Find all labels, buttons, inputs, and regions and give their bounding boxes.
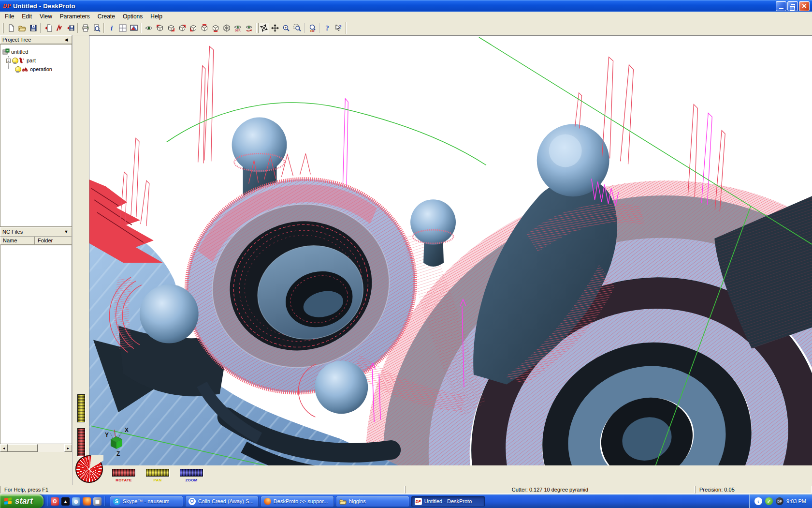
zoom-100-icon[interactable]: 100 [306, 23, 318, 33]
project-tree-title: Project Tree [2, 37, 31, 43]
pan-wheel[interactable] [146, 469, 169, 477]
svg-text:?: ? [325, 24, 329, 32]
collapse-panel-icon[interactable]: ◀ [63, 37, 70, 42]
scroll-right-icon[interactable]: ► [64, 444, 72, 452]
rotate-wheel[interactable] [112, 469, 135, 477]
open-icon[interactable] [16, 23, 28, 33]
skype-tray-icon[interactable]: ✓ [765, 497, 773, 505]
view-cube-4-icon[interactable] [188, 23, 199, 33]
menu-edit[interactable]: Edit [18, 12, 36, 21]
tree-item-untitled[interactable]: untitled [0, 47, 72, 56]
rotate-dial[interactable] [75, 455, 103, 483]
menu-bar: File Edit View Parameters Create Options… [0, 12, 812, 21]
red-app-icon[interactable]: O [51, 497, 59, 506]
menu-create[interactable]: Create [94, 12, 119, 21]
project-tree[interactable]: untitled – part operation [0, 44, 72, 227]
title-bar[interactable]: DP Untitled - DeskProto ✕ [0, 0, 812, 12]
nc-files-columns: Name Folder [0, 237, 72, 245]
menu-options[interactable]: Options [119, 12, 146, 21]
load-geometry-icon[interactable] [43, 23, 54, 33]
zoom-wheel[interactable] [180, 469, 203, 477]
horizontal-scrollbar[interactable]: ◄ ► [0, 444, 72, 452]
menu-view[interactable]: View [36, 12, 56, 21]
rotate-view-icon[interactable] [243, 23, 254, 33]
visibility-bulb-icon[interactable] [15, 66, 20, 73]
window-title: Untitled - DeskProto [13, 2, 75, 10]
write-nc-file-icon[interactable] [65, 23, 76, 33]
task-button-3[interactable]: higgins [336, 496, 409, 507]
tree-item-operation[interactable]: operation [0, 65, 72, 74]
view-wireframe-icon[interactable] [221, 23, 232, 33]
pan-wheel-label: PAN [146, 478, 169, 482]
start-button[interactable]: start [0, 494, 44, 508]
rotate-tool-icon[interactable] [258, 23, 269, 33]
minimize-button[interactable] [776, 1, 786, 11]
print-preview-icon[interactable] [91, 23, 102, 33]
context-help-icon[interactable]: ? [333, 23, 344, 33]
svg-text:-: - [283, 24, 285, 28]
column-folder[interactable]: Folder [35, 237, 72, 245]
rotate-wheel-vertical[interactable] [77, 428, 85, 456]
default-view-icon[interactable]: DEF. [232, 23, 243, 33]
viewport-canvas[interactable]: X Y Z [89, 35, 812, 465]
task-button-2[interactable]: DeskProto >> suppor... [261, 496, 334, 507]
part-icon [18, 57, 25, 64]
close-icon: ✕ [802, 3, 807, 9]
scroll-left-icon[interactable]: ◄ [0, 444, 8, 452]
left-panel-gap [0, 452, 72, 485]
window-layout-icon[interactable] [117, 23, 128, 33]
clock[interactable]: 9:03 PM [786, 498, 806, 504]
new-icon[interactable] [5, 23, 16, 33]
remote-desktop-icon[interactable]: ▦ [93, 497, 102, 506]
browser-globe-icon[interactable]: ◍ [72, 497, 80, 506]
dark-app-icon[interactable]: ▲ [61, 497, 70, 506]
svg-text:Y: Y [105, 432, 109, 438]
toolbar-grip[interactable] [2, 23, 4, 33]
dropdown-chevron-icon[interactable]: ▼ [63, 229, 70, 234]
scrollbar-thumb[interactable] [8, 444, 38, 452]
toolbar-separator [319, 23, 320, 33]
print-icon[interactable] [80, 23, 91, 33]
tray-collapse-chevron-icon[interactable]: ‹ [754, 497, 762, 505]
view-cube-5-icon[interactable] [199, 23, 210, 33]
visibility-bulb-icon[interactable] [12, 58, 17, 64]
deskproto-window: { "window": {"logo": "DP", "title": "Unt… [0, 0, 812, 508]
tree-item-part[interactable]: – part [0, 56, 72, 65]
menu-file[interactable]: File [1, 12, 18, 21]
svg-text:i: i [111, 25, 113, 32]
task-button-0[interactable]: S Skype™ - nauseum [110, 496, 183, 507]
restore-button[interactable] [787, 1, 798, 11]
save-icon[interactable] [28, 23, 39, 33]
firefox-icon[interactable] [83, 497, 91, 506]
scrollbar-track[interactable] [38, 444, 64, 452]
help-icon[interactable]: ? [321, 23, 333, 33]
view-cube-3-icon[interactable] [176, 23, 188, 33]
svg-text:X: X [125, 427, 129, 433]
render-view-icon[interactable] [128, 23, 139, 33]
show-geometry-icon[interactable] [143, 23, 154, 33]
tree-item-label: untitled [11, 49, 28, 55]
quick-launch-grip[interactable] [47, 496, 48, 506]
nc-files-list[interactable] [0, 245, 72, 444]
calculate-toolpaths-icon[interactable] [54, 23, 65, 33]
menu-help[interactable]: Help [146, 12, 166, 21]
zoom-tool-icon[interactable]: +- [280, 23, 291, 33]
app-tray-icon[interactable]: DP [776, 497, 783, 505]
view-cube-1-icon[interactable] [154, 23, 165, 33]
view-cube-2-icon[interactable] [165, 23, 176, 33]
nc-files-header: NC Files ▼ [0, 227, 72, 237]
pan-tool-icon[interactable] [269, 23, 280, 33]
pan-wheel-vertical[interactable] [77, 394, 85, 422]
close-button[interactable]: ✕ [799, 1, 810, 11]
column-name[interactable]: Name [0, 237, 35, 245]
restore-icon [791, 4, 795, 8]
menu-parameters[interactable]: Parameters [56, 12, 94, 21]
task-button-1[interactable]: 🗩 Colin Creed (Away) S... [185, 496, 259, 507]
zoom-window-tool-icon[interactable] [291, 23, 303, 33]
task-button-4[interactable]: DP Untitled - DeskProto [411, 496, 485, 507]
folder-icon [339, 498, 347, 505]
svg-text:+: + [284, 26, 287, 30]
info-icon[interactable]: i [106, 23, 117, 33]
quick-launch-grip[interactable] [104, 496, 105, 506]
view-cube-6-icon[interactable] [210, 23, 221, 33]
